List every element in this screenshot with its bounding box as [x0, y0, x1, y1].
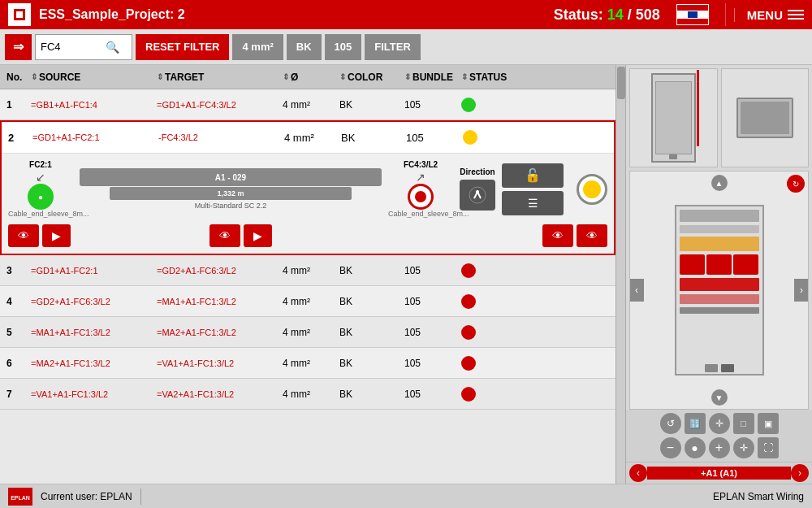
- move-button[interactable]: ✛: [733, 437, 754, 458]
- color-filter-button[interactable]: BK: [287, 34, 322, 60]
- list-icon: ☰: [528, 197, 538, 210]
- sort-bundle-icon: ⇕: [404, 72, 411, 81]
- nav-right-icon: ›: [798, 467, 801, 479]
- nav-left-button[interactable]: ‹: [629, 464, 647, 482]
- plus-icon: +: [715, 441, 723, 455]
- table-row[interactable]: 6 =MA2+A1-FC1:3/L2 =VA1+A1-FC1:3/L2 4 mm…: [0, 348, 615, 379]
- ctrl-move-icon: ✛: [715, 418, 723, 429]
- sort-color-icon: ⇕: [339, 72, 346, 81]
- search-box[interactable]: 🔍: [35, 34, 132, 60]
- expanded-detail: FC2:1 ↙ ● Cable_end_sleeve_8m... A1 - 02…: [2, 153, 614, 254]
- cable-length: 1,332 m: [217, 189, 244, 198]
- row-source: =GD1+A1-FC2:1: [32, 132, 158, 142]
- language-flag[interactable]: [676, 4, 709, 25]
- filter-button[interactable]: FILTER: [365, 34, 421, 60]
- row-diam: 4 mm²: [283, 99, 339, 111]
- scroll-down-button[interactable]: ▼: [711, 389, 728, 406]
- play-button-right[interactable]: ▶: [244, 224, 272, 247]
- table-row[interactable]: 5 =MA1+A1-FC1:3/L2 =MA2+A1-FC1:3/L2 4 mm…: [0, 317, 615, 348]
- table-header: No. ⇕ SOURCE ⇕ TARGET ⇕ Ø ⇕ COLOR: [0, 65, 615, 89]
- search-input[interactable]: [41, 41, 106, 53]
- ctrl-number-icon: 🔢: [689, 419, 701, 429]
- rotate-button[interactable]: ↻: [787, 175, 805, 193]
- col-header-color[interactable]: ⇕ COLOR: [339, 72, 404, 83]
- search-icon[interactable]: 🔍: [106, 41, 119, 54]
- diagram-controls: ↺ 🔢 ✛ □ ▣: [626, 410, 812, 437]
- scrollbar-thumb[interactable]: [617, 67, 625, 99]
- col-header-source[interactable]: ⇕ SOURCE: [31, 72, 157, 83]
- scroll-up-button[interactable]: ▲: [711, 175, 728, 191]
- nav-right-button[interactable]: ›: [791, 464, 809, 482]
- scrollbar[interactable]: [615, 65, 625, 484]
- right-wire-circle: [408, 184, 434, 210]
- project-title: ESS_Sample_Project: 2: [39, 7, 554, 22]
- col-header-diam[interactable]: ⇕ Ø: [283, 72, 339, 83]
- status-display: Status: 14 / 508: [554, 7, 660, 24]
- ctrl-window-button[interactable]: ▣: [758, 413, 779, 434]
- direction-label: Direction: [460, 167, 495, 176]
- eye-button-status-1[interactable]: 👁: [542, 224, 573, 247]
- ctrl-square-button[interactable]: □: [733, 413, 754, 434]
- table-row[interactable]: 4 =GD2+A1-FC6:3/L2 =MA1+A1-FC1:3/L2 4 mm…: [0, 286, 615, 317]
- eye-button-left-1[interactable]: 👁: [8, 224, 39, 247]
- right-wire-inner: [415, 191, 426, 202]
- eye-buttons-row: 👁 ▶ 👁 ▶ 👁 👁: [8, 224, 607, 247]
- table-row[interactable]: 3 =GD1+A1-FC2:1 =GD2+A1-FC6:3/L2 4 mm² B…: [0, 255, 615, 286]
- status-indicator: [461, 294, 476, 309]
- ctrl-number-button[interactable]: 🔢: [685, 413, 706, 434]
- thumbnail-area: [626, 65, 812, 171]
- color-fill: [583, 180, 601, 198]
- reset-filter-button[interactable]: RESET FILTER: [136, 34, 229, 60]
- cable-length-bar: 1,332 m: [110, 187, 352, 200]
- app-name: EPLAN Smart Wiring: [713, 491, 804, 502]
- table-row-expanded[interactable]: 2 =GD1+A1-FC2:1 -FC4:3/L2 4 mm² BK 105 F…: [0, 120, 615, 255]
- footer: EPLAN Current user: EPLAN EPLAN Smart Wi…: [0, 484, 812, 508]
- list-button[interactable]: ☰: [502, 191, 564, 215]
- eye-button-right-1[interactable]: 👁: [209, 224, 240, 247]
- ctrl-square-icon: □: [741, 419, 746, 428]
- svg-text:EPLAN: EPLAN: [11, 495, 30, 501]
- col-header-no: No.: [6, 72, 31, 83]
- left-sleeve-label: Cable_end_sleeve_8m...: [8, 210, 73, 218]
- direction-icon: [468, 185, 487, 205]
- fullscreen-button[interactable]: ⛶: [758, 437, 779, 458]
- menu-icon: [788, 10, 804, 20]
- center-button[interactable]: ●: [685, 437, 706, 458]
- right-wire-end: FC4:3/L2 ↗ Cable_end_sleeve_8m...: [388, 160, 453, 218]
- panel-right-arrow[interactable]: ›: [794, 279, 809, 302]
- ctrl-move-button[interactable]: ✛: [709, 413, 730, 434]
- size-filter-button[interactable]: 4 mm²: [232, 34, 283, 60]
- sort-source-icon: ⇕: [31, 72, 37, 81]
- svg-rect-2: [16, 11, 23, 18]
- col-header-bundle[interactable]: ⇕ BUNDLE: [404, 72, 461, 83]
- zoom-in-button[interactable]: +: [709, 437, 730, 458]
- nav-arrow-button[interactable]: ⇒: [5, 34, 32, 60]
- nav-left-icon: ‹: [637, 467, 640, 479]
- menu-button[interactable]: MENU: [734, 8, 804, 22]
- col-header-target[interactable]: ⇕ TARGET: [157, 72, 283, 83]
- bundle-filter-button[interactable]: 105: [325, 34, 362, 60]
- col-header-status[interactable]: ⇕ STATUS: [461, 72, 518, 83]
- play-button-left[interactable]: ▶: [42, 224, 71, 247]
- app-logo: [8, 3, 31, 26]
- direction-button[interactable]: [460, 180, 495, 211]
- color-indicator: [577, 174, 607, 205]
- left-end-label: FC2:1: [29, 160, 52, 169]
- panel-left-arrow[interactable]: ‹: [629, 279, 644, 302]
- center-icon: ●: [691, 441, 698, 454]
- status-indicator: [461, 263, 476, 278]
- move-icon: ✛: [740, 442, 748, 454]
- toolbar: ⇒ 🔍 RESET FILTER 4 mm² BK 105 FILTER: [0, 29, 812, 65]
- svg-point-3: [469, 187, 486, 203]
- row-status: [461, 98, 518, 112]
- zoom-out-button[interactable]: −: [660, 437, 681, 458]
- table-row[interactable]: 7 =VA1+A1-FC1:3/L2 =VA2+A1-FC1:3/L2 4 mm…: [0, 379, 615, 410]
- cabinet-thumbnail[interactable]: [629, 68, 718, 167]
- monitor-thumbnail[interactable]: [721, 68, 810, 167]
- lock-button[interactable]: 🔓: [502, 163, 564, 188]
- cable-id: A1 - 029: [215, 173, 246, 182]
- table-row[interactable]: 1 =GB1+A1-FC1:4 =GD1+A1-FC4:3/L2 4 mm² B…: [0, 89, 615, 120]
- location-nav: ‹ +A1 (A1) ›: [626, 462, 812, 484]
- eye-button-status-2[interactable]: 👁: [577, 224, 607, 247]
- ctrl-rotate-button[interactable]: ↺: [660, 413, 681, 434]
